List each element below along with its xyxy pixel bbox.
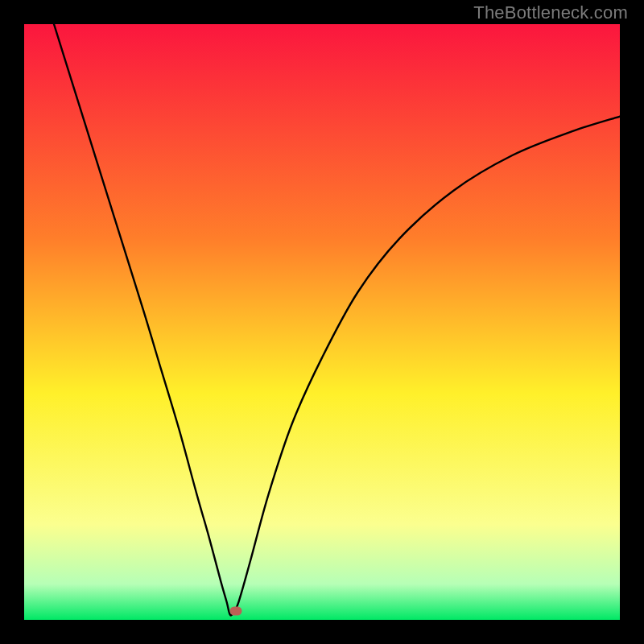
watermark-text: TheBottleneck.com [473,2,628,23]
gradient-background [24,24,620,620]
optimal-point-marker [229,606,242,615]
chart-svg [24,24,620,620]
chart-frame: TheBottleneck.com [0,0,644,644]
plot-area [24,24,620,620]
